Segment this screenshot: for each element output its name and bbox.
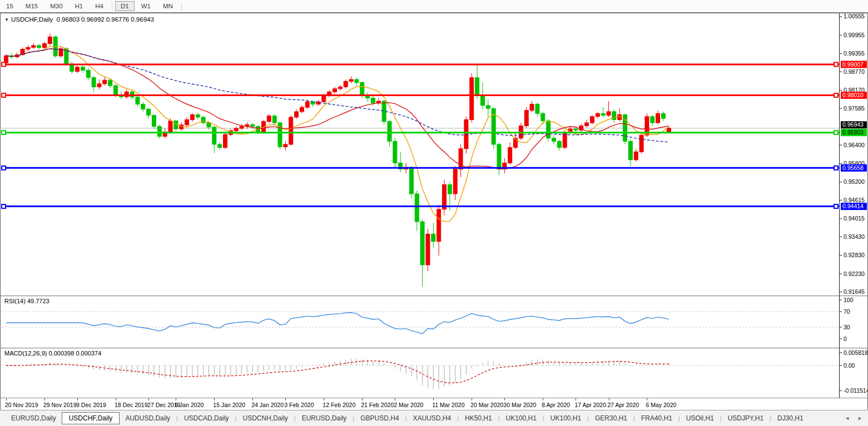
price-axis-ticks: 1.005550.999550.993550.987700.981700.975… [840,13,865,295]
svg-text:100: 100 [844,297,854,303]
date-label: 12 Feb 2020 [323,402,355,408]
hline-badge-0.96803: 0.96803 [841,129,867,136]
timeframe-button-m30[interactable]: M30 [44,1,68,11]
svg-text:0.94615: 0.94615 [844,197,865,203]
ohlc-close: 0.96943 [131,16,154,23]
svg-text:0: 0 [844,335,847,342]
date-tick [214,398,215,400]
date-tick [252,398,253,400]
date-tick [148,398,149,400]
date-label: 20 Mar 2020 [470,402,503,408]
chart-dropdown-icon[interactable]: ▼ [4,17,9,22]
chart-tab-fra40-h1[interactable]: FRA40,H1 [636,413,678,424]
svg-text:0.96400: 0.96400 [844,142,865,148]
date-label: 8 Apr 2020 [542,402,570,408]
date-tick [285,398,286,400]
chart-tab-uk100-h1[interactable]: UK100,H1 [500,413,542,424]
rsi-indicator-label: RSI(14) 49.7723 [4,298,49,304]
date-label: 2 Mar 2020 [394,402,423,408]
timeframe-button-w1[interactable]: W1 [136,1,156,11]
tabs-scroll-right-icon[interactable]: ► [857,415,862,421]
chart-tab-usdcnh-daily[interactable]: USDCNH,Daily [237,413,293,424]
chart-window: ▼USDCHF,Daily 0.968030.969920.967760.969… [0,13,868,410]
macd-panel-canvas[interactable]: 0.0058180.00-0.011514 [1,348,867,398]
svg-text:0.00: 0.00 [844,362,855,369]
current-price-badge: 0.96943 [841,121,867,128]
hline-badge-0.99007: 0.99007 [841,61,867,68]
chart-tab-dj30-h1[interactable]: DJ30,H1 [772,413,809,424]
ohlc-low: 0.96776 [106,16,130,23]
svg-text:0.97585: 0.97585 [844,105,865,112]
svg-text:0.95200: 0.95200 [844,178,865,185]
macd-axis-ticks: 0.0058180.00-0.011514 [840,349,867,394]
date-label: 18 Dec 2019 [115,402,148,408]
chart-tab-usdcad-daily[interactable]: USDCAD,Daily [178,413,235,424]
svg-text:1.00555: 1.00555 [844,13,865,19]
date-tick [324,398,324,400]
hline-0.96803[interactable] [2,131,839,134]
svg-text:0.98770: 0.98770 [844,68,865,75]
candles [4,33,671,287]
svg-text:0.94414: 0.94414 [842,203,864,209]
rsi-axis-ticks: 10070300 [840,297,854,342]
timeframe-button-m15[interactable]: M15 [20,1,43,11]
svg-text:0.96803: 0.96803 [842,129,864,136]
svg-text:0.91645: 0.91645 [844,288,865,295]
date-tick [433,398,434,400]
date-tick [472,398,472,400]
chart-tab-usoil-h1[interactable]: USOil,H1 [681,413,720,424]
timeframe-button-mn[interactable]: MN [157,1,178,11]
svg-text:0.99355: 0.99355 [844,50,865,57]
chart-tab-ger30-h1[interactable]: GER30,H1 [589,413,633,424]
rsi-line [6,313,669,334]
macd-histogram [6,359,669,389]
date-tick [44,398,45,400]
timeframe-button-d1[interactable]: D1 [115,1,135,11]
svg-text:-0.011514: -0.011514 [844,387,867,394]
svg-text:0.92230: 0.92230 [844,270,865,277]
timeframe-button-h4[interactable]: H4 [90,1,109,11]
chart-tab-usdjpy-h1[interactable]: USDJPY,H1 [722,413,769,424]
date-label: 30 Mar 2020 [503,402,536,408]
hline-0.99007[interactable] [2,62,839,66]
chart-tab-eurusd-daily[interactable]: EURUSD,Daily [6,413,62,424]
chart-tab-gbpusd-h4[interactable]: GBPUSD,H4 [355,413,404,424]
date-label: 24 Jan 2020 [251,402,284,408]
date-tick [362,398,363,400]
date-tick [543,398,543,400]
date-tick [116,398,116,400]
rsi-panel-canvas[interactable]: 10070300 [1,295,867,348]
date-label: 6 Jan 2020 [175,402,204,408]
toolbar-separator [112,2,112,11]
chart-tab-eurusd-daily[interactable]: EURUSD,Daily [296,413,353,424]
chart-tab-audusd-daily[interactable]: AUDUSD,Daily [120,413,176,424]
svg-text:0.95658: 0.95658 [842,164,864,171]
date-label: 3 Feb 2020 [284,402,314,408]
date-label: 17 Apr 2020 [574,402,606,408]
price-chart-canvas[interactable]: 1.005550.999550.993550.987700.981700.975… [1,13,867,295]
chart-tab-xauusd-h4[interactable]: XAUUSD,H4 [407,413,457,424]
ohlc-open: 0.96803 [57,16,80,23]
hline-0.95658[interactable] [2,166,839,170]
date-tick [6,398,7,400]
date-tick [77,398,78,400]
svg-text:0.96943: 0.96943 [842,121,864,128]
chart-tab-bar: EURUSD,DailyUSDCHF,DailyAUDUSD,Daily|USD… [0,410,868,426]
chart-symbol-label: USDCHF,Daily [11,16,53,23]
date-label: 9 Dec 2019 [76,402,106,408]
date-axis: 20 Nov 201929 Nov 20199 Dec 201918 Dec 2… [1,398,867,410]
chart-tab-hk50-h1[interactable]: HK50,H1 [459,413,498,424]
chart-tab-usdchf-daily[interactable]: USDCHF,Daily [62,412,120,424]
hline-0.94414[interactable] [2,204,839,208]
chart-tab-uk100-h1[interactable]: UK100,H1 [545,413,587,424]
svg-text:70: 70 [844,308,850,315]
timeframe-button-15[interactable]: 15 [1,1,19,11]
hline-badge-0.94414: 0.94414 [841,203,867,210]
timeframe-button-h1[interactable]: H1 [70,1,89,11]
tabs-scroll-left-icon[interactable]: ◄ [845,415,850,421]
date-tick [504,398,505,400]
svg-text:0.92830: 0.92830 [844,252,865,258]
svg-text:30: 30 [844,324,850,330]
tab-scroll-nav: ◄ ► [845,415,862,421]
hline-badge-0.95658: 0.95658 [841,164,867,172]
